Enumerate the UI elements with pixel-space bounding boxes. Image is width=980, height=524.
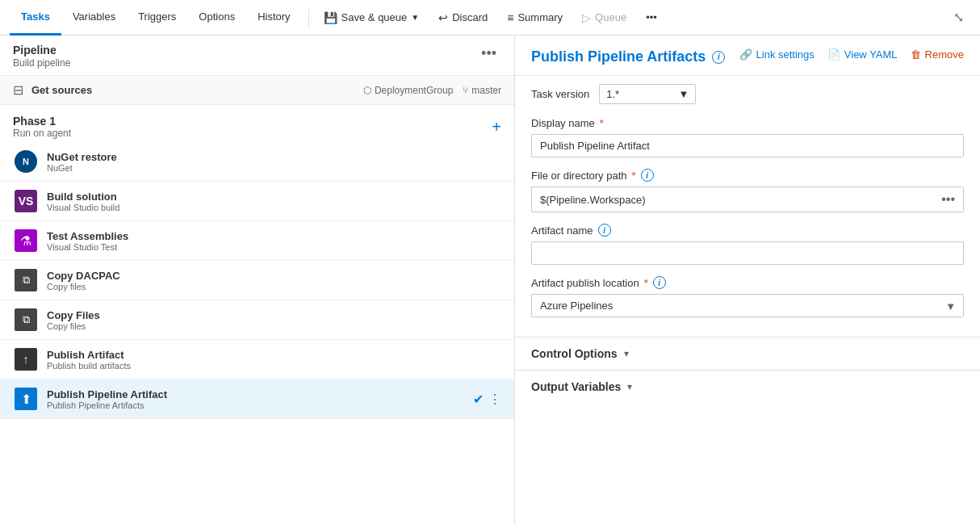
task-sub-copy-dacpac: Copy files: [47, 282, 120, 291]
copy-files-icon: ⧉: [13, 307, 39, 333]
file-path-input-group: •••: [531, 187, 964, 212]
task-version-select[interactable]: 1.* ▼: [599, 84, 696, 104]
form-section: Display name * File or directory path * …: [515, 109, 980, 337]
phase-title: Phase 1: [13, 115, 71, 128]
more-icon: •••: [646, 11, 657, 23]
output-variables-chevron: ▾: [627, 381, 632, 392]
display-name-input[interactable]: [531, 134, 964, 157]
publish-artifact-icon: ↑: [13, 346, 39, 372]
task-name-publish-pipeline: Publish Pipeline Artifact: [47, 388, 465, 400]
tab-variables[interactable]: Variables: [61, 0, 127, 36]
tab-options[interactable]: Options: [187, 0, 246, 36]
version-dropdown-arrow: ▼: [678, 88, 689, 100]
task-item-actions: ✔ ⋮: [473, 392, 501, 407]
artifact-publish-location-select[interactable]: Azure Pipelines A file share: [531, 294, 964, 317]
file-path-browse-button[interactable]: •••: [933, 187, 964, 212]
remove-button[interactable]: 🗑 Remove: [911, 48, 964, 61]
repo-icon: ⬡: [363, 85, 371, 96]
link-settings-button[interactable]: 🔗 Link settings: [739, 48, 815, 61]
file-directory-path-field: File or directory path * i •••: [531, 169, 964, 212]
nuget-icon: N: [13, 149, 39, 174]
task-item-copy-dacpac[interactable]: ⧉ Copy DACPAC Copy files: [0, 261, 514, 300]
task-item-test[interactable]: ⚗ Test Assemblies Visual Studio Test: [0, 221, 514, 261]
get-sources-row[interactable]: ⊟ Get sources ⬡ DeploymentGroup ⑂ master: [0, 76, 514, 105]
link-icon: 🔗: [739, 48, 752, 61]
task-name-build: Build solution: [47, 191, 119, 203]
right-header: Publish Pipeline Artifacts i 🔗 Link sett…: [515, 36, 980, 76]
top-nav: Tasks Variables Triggers Options History…: [0, 0, 980, 36]
task-item-copy-files[interactable]: ⧉ Copy Files Copy files: [0, 300, 514, 340]
task-name-copy-files: Copy Files: [47, 309, 100, 321]
task-name-test: Test Assemblies: [47, 230, 128, 242]
task-sub-nuget: NuGet: [47, 163, 117, 173]
task-item-nuget[interactable]: N NuGet restore NuGet: [0, 142, 514, 182]
nav-divider: [308, 8, 309, 27]
pipeline-more-icon[interactable]: •••: [476, 44, 501, 64]
get-sources-label: Get sources: [31, 84, 92, 96]
artifact-name-input[interactable]: [531, 241, 964, 265]
control-options-chevron: ▾: [624, 348, 629, 359]
artifact-location-info-icon[interactable]: i: [653, 276, 666, 289]
dropdown-arrow-icon: ▼: [411, 13, 419, 22]
save-icon: 💾: [324, 11, 337, 24]
right-header-actions: 🔗 Link settings 📄 View YAML 🗑 Remove: [739, 48, 964, 61]
file-path-required: *: [632, 170, 636, 182]
tab-tasks[interactable]: Tasks: [10, 0, 61, 36]
get-sources-icon: ⊟: [13, 82, 23, 98]
branch-info: ⑂ master: [463, 85, 501, 96]
save-queue-button[interactable]: 💾 Save & queue ▼: [316, 7, 428, 28]
phase-header: Phase 1 Run on agent +: [0, 108, 514, 142]
task-name-copy-dacpac: Copy DACPAC: [47, 270, 120, 282]
task-sub-copy-files: Copy files: [47, 321, 100, 331]
display-name-field: Display name *: [531, 117, 964, 157]
task-sub-build: Visual Studio build: [47, 203, 119, 212]
task-version-label: Task version: [531, 88, 589, 100]
file-directory-path-input[interactable]: [531, 187, 933, 212]
file-directory-path-label: File or directory path * i: [531, 169, 964, 182]
task-sub-test: Visual Studio Test: [47, 242, 128, 252]
copy-dacpac-icon: ⧉: [13, 267, 39, 293]
tab-history[interactable]: History: [246, 0, 301, 36]
task-item-publish-artifact[interactable]: ↑ Publish Artifact Publish build artifac…: [0, 340, 514, 379]
expand-icon[interactable]: ⤡: [947, 6, 970, 28]
task-menu-icon[interactable]: ⋮: [488, 392, 501, 407]
yaml-icon: 📄: [827, 48, 840, 61]
more-button[interactable]: •••: [638, 7, 665, 27]
title-info-icon[interactable]: i: [712, 51, 725, 64]
control-options-label: Control Options: [531, 347, 618, 360]
task-sub-publish-pipeline: Publish Pipeline Artifacts: [47, 400, 465, 410]
phase-subtitle: Run on agent: [13, 128, 71, 139]
right-panel: Publish Pipeline Artifacts i 🔗 Link sett…: [515, 36, 980, 524]
task-item-build[interactable]: VS Build solution Visual Studio build: [0, 182, 514, 221]
pipeline-subtitle: Build pipeline: [13, 57, 70, 69]
pipeline-header: Pipeline Build pipeline •••: [0, 36, 514, 76]
artifact-publish-location-field: Artifact publish location * i Azure Pipe…: [531, 276, 964, 317]
artifact-name-label: Artifact name i: [531, 224, 964, 237]
task-name-nuget: NuGet restore: [47, 151, 117, 163]
task-list: N NuGet restore NuGet VS Build solution …: [0, 142, 514, 524]
discard-button[interactable]: ↩ Discard: [430, 7, 496, 28]
add-task-icon[interactable]: +: [492, 118, 501, 136]
file-path-info-icon[interactable]: i: [641, 169, 654, 182]
summary-icon: ≡: [507, 11, 513, 24]
tab-triggers[interactable]: Triggers: [127, 0, 187, 36]
queue-icon: ▷: [582, 11, 591, 24]
task-item-publish-pipeline[interactable]: ⬆ Publish Pipeline Artifact Publish Pipe…: [0, 379, 514, 419]
publish-pipeline-icon: ⬆: [13, 386, 39, 412]
artifact-location-required: *: [644, 277, 648, 289]
summary-button[interactable]: ≡ Summary: [499, 7, 571, 28]
task-sub-publish-artifact: Publish build artifacts: [47, 361, 131, 371]
pipeline-title: Pipeline: [13, 44, 70, 57]
output-variables-section[interactable]: Output Variables ▾: [515, 370, 980, 403]
control-options-section[interactable]: Control Options ▾: [515, 337, 980, 370]
remove-icon: 🗑: [911, 48, 921, 61]
queue-button[interactable]: ▷ Queue: [574, 7, 634, 28]
artifact-name-field: Artifact name i: [531, 224, 964, 265]
artifact-name-info-icon[interactable]: i: [598, 224, 611, 237]
flask-icon: ⚗: [13, 228, 39, 254]
vs-icon: VS: [13, 188, 39, 214]
view-yaml-button[interactable]: 📄 View YAML: [827, 48, 898, 61]
branch-icon: ⑂: [463, 85, 468, 96]
get-sources-meta: ⬡ DeploymentGroup ⑂ master: [363, 85, 501, 96]
task-check-icon: ✔: [473, 392, 484, 407]
